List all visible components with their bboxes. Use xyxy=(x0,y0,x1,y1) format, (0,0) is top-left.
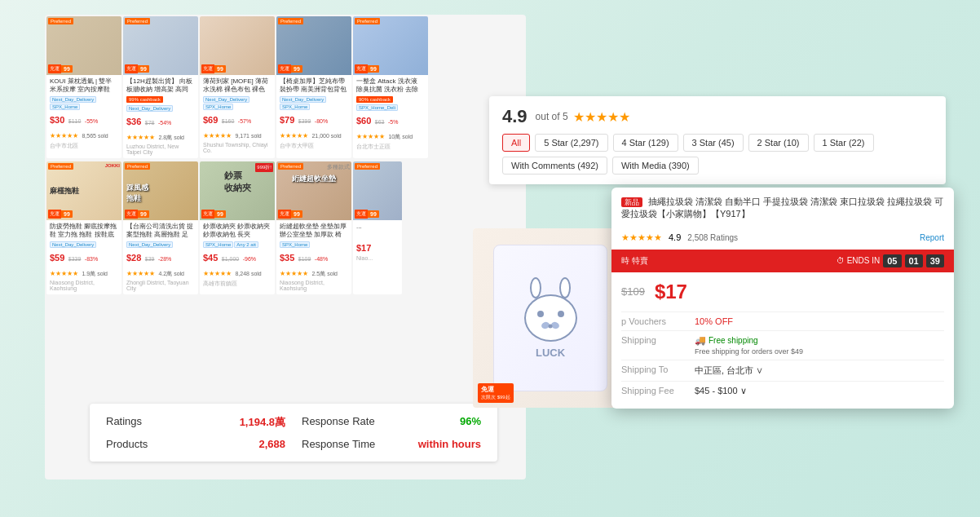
location-10: Niao... xyxy=(356,255,399,261)
tag-spx-3: SPX_Home xyxy=(203,104,233,110)
price-7: $28 xyxy=(126,253,141,263)
filter-4star[interactable]: 4 Star (129) xyxy=(613,134,678,152)
sold-7: 4.2萬 sold xyxy=(158,271,184,276)
price-section: $109 $17 xyxy=(611,272,954,312)
product-card-8[interactable]: 鈔票收納夾 充運 99 999折! 鈔票收納夾 鈔票收納夾 鈔票收納包 長夾 S… xyxy=(200,161,275,294)
product-name-2: 【12H趕製出貨】 向板板牆收納 增高架 高同機 桌上 兩用收 桌上 xyxy=(126,77,195,95)
product-card-1[interactable]: Preferred 充運 99 KOUI 萊枕透氣 | 雙半米系按摩 室內按摩鞋… xyxy=(46,16,121,158)
oprice-2: $78 xyxy=(145,120,155,126)
stars-2: ★★★★★ xyxy=(126,134,155,141)
product-detail-popup: 新品 抽繩拉圾袋 清潔袋 自動半口 手提拉圾袋 清潔袋 束口拉圾袋 拉繩拉圾袋 … xyxy=(611,188,954,409)
product-card-2[interactable]: Preferred 充運 99 【12H趕製出貨】 向板板牆收納 增高架 高同機… xyxy=(123,16,198,158)
sold-4: 21,000 sold xyxy=(311,133,341,139)
product-row-1: Preferred 充運 99 KOUI 萊枕透氣 | 雙半米系按摩 室內按摩鞋… xyxy=(45,15,526,159)
detail-rating-score: 4.9 xyxy=(669,232,681,242)
response-time-value: within hours xyxy=(400,438,481,450)
report-link[interactable]: Report xyxy=(920,233,944,242)
rabbit-right-eye xyxy=(558,311,564,317)
filter-all[interactable]: All xyxy=(502,134,530,152)
rabbit-right-ear xyxy=(559,277,571,298)
preferred-badge-7: Preferred xyxy=(125,163,150,170)
location-3: Shushui Township, Chiayi Co. xyxy=(203,142,271,153)
sold-5: 10萬 sold xyxy=(388,134,413,139)
cashback-5: 90% cashback xyxy=(356,96,393,103)
sold-3: 9,171 sold xyxy=(235,133,261,139)
vouchers-row: p Vouchers 10% OFF xyxy=(621,312,944,330)
product-image-4: Preferred 充運 99 xyxy=(276,16,351,75)
product-card-7[interactable]: Preferred 踩風感拖鞋 充運 99 【台南公司清洗出貨 提案型拖鞋 高層… xyxy=(123,161,198,294)
product-row-2: Preferred 麻槿拖鞋 充運 99 JOKKI 防疲勞拖鞋 腳底按摩拖鞋 … xyxy=(45,161,526,296)
sold-8: 8,248 sold xyxy=(235,271,261,276)
preferred-badge-5: Preferred xyxy=(355,18,380,24)
product-card-6[interactable]: Preferred 麻槿拖鞋 充運 99 JOKKI 防疲勞拖鞋 腳底按摩拖鞋 … xyxy=(46,161,121,294)
ratings-panel: Ratings 1,194.8萬 Response Rate 96% Produ… xyxy=(90,404,497,462)
oprice-8: $1,000 xyxy=(222,256,239,262)
tag-spx-1: SPX_Home xyxy=(50,104,80,110)
product-card-9[interactable]: Preferred 絎縫超軟坐墊 充運 99 多種款式 絎縫超軟坐墊 坐墊加厚 … xyxy=(276,161,351,294)
product-image-6: Preferred 麻槿拖鞋 充運 99 JOKKI xyxy=(46,161,121,220)
response-rate-label: Response Rate xyxy=(302,415,383,430)
response-rate-value: 96% xyxy=(400,415,481,430)
filter-comments[interactable]: With Comments (492) xyxy=(502,157,607,175)
product-image-5: Preferred 充運 99 xyxy=(353,16,428,75)
product-card-10[interactable]: Preferred 充運 99 ... $17 Niao... xyxy=(353,161,402,294)
price-2: $36 xyxy=(126,117,141,126)
disc-8: -96% xyxy=(243,256,256,262)
free-ship-3: 充運 99 xyxy=(201,64,226,73)
sale-price-detail: $17 xyxy=(655,281,687,303)
preferred-badge-6: Preferred xyxy=(48,163,73,170)
preferred-badge-1: Preferred xyxy=(48,18,73,24)
filter-2star[interactable]: 2 Star (10) xyxy=(748,134,809,152)
detail-rows: p Vouchers 10% OFF Shipping 🚚 Free shipp… xyxy=(611,312,954,409)
oprice-3: $160 xyxy=(222,118,235,124)
products-label: Products xyxy=(106,438,188,450)
original-price-1: $110 xyxy=(68,118,82,124)
product-name-7: 【台南公司清洗出貨 提案型拖鞋 高層拖鞋 足弓支撐 男女拖鞋 xyxy=(126,223,195,240)
disc-9: -48% xyxy=(315,256,328,262)
product-card-4[interactable]: Preferred 充運 99 【椅桌加厚】芝純布帶裝扮帶 南美洲背包背包帶 多… xyxy=(276,16,351,158)
location-2: Luzhou District, New Taipei City xyxy=(126,144,195,155)
response-time-label: Response Time xyxy=(302,438,383,450)
shipping-to-row[interactable]: Shipping To 中正區, 台北市 ∨ xyxy=(621,360,944,381)
product-card-5[interactable]: Preferred 充運 99 一整盒 Attack 洗衣液 除臭抗菌 洗衣粉 … xyxy=(353,16,428,158)
time-hours: 05 xyxy=(883,254,901,267)
vouchers-label: p Vouchers xyxy=(621,316,686,326)
shipping-label: Shipping xyxy=(621,335,686,345)
shipping-fee-label: Shipping Fee xyxy=(621,386,686,395)
disc-4: -80% xyxy=(315,118,328,124)
detail-rating-row: ★★★★★ 4.9 2,508 Ratings Report xyxy=(611,229,954,250)
tag-nd-4: Next_Day_Delivery xyxy=(280,96,326,103)
filter-media[interactable]: With Media (390) xyxy=(612,157,699,175)
filter-5star[interactable]: 5 Star (2,297) xyxy=(535,134,607,152)
luck-text: LUCK xyxy=(536,347,565,359)
filter-1star[interactable]: 1 Star (22) xyxy=(814,134,874,152)
location-4: 台中市大甲區 xyxy=(280,142,348,150)
product-name-6: 防疲勞拖鞋 腳底按摩拖鞋 室力拖 拖鞋 按鞋底按摩拖鞋 EVA拖鞋 xyxy=(50,223,118,240)
tag-nd-7: Next_Day_Delivery xyxy=(126,241,173,248)
rabbit-left-eye xyxy=(537,311,544,317)
stars-4: ★★★★★ xyxy=(280,132,308,139)
filter-3star[interactable]: 3 Star (45) xyxy=(683,134,744,152)
product-image-2: Preferred 充運 99 xyxy=(123,16,198,75)
stars-7: ★★★★★ xyxy=(126,270,155,277)
sold-2: 2.8萬 sold xyxy=(158,135,184,140)
product-detail-image[interactable]: LUCK 免運 次限次 $99起 xyxy=(473,228,628,408)
detail-stars: ★★★★★ xyxy=(621,232,662,243)
tag-spx-4: SPX_Home xyxy=(280,104,310,110)
product-card-3[interactable]: 充運 99 薄荷到家 [MOFE] 薄荷水洗棉 裸色布包 裸色布包 雙人床包 N… xyxy=(200,16,275,158)
tag-nd-6: Next_Day_Delivery xyxy=(50,241,96,248)
free-ship-1: 充運 99 xyxy=(48,64,73,73)
filter-row-2: With Comments (492) With Media (390) xyxy=(502,157,933,175)
product-grid-container: Preferred 充運 99 KOUI 萊枕透氣 | 雙半米系按摩 室內按摩鞋… xyxy=(45,15,526,479)
detail-title: 抽繩拉圾袋 清潔袋 自動半口 手提拉圾袋 清潔袋 束口拉圾袋 拉繩拉圾袋 可愛拉… xyxy=(621,197,943,219)
sold-1: 8,565 sold xyxy=(82,133,108,139)
shipping-fee-row[interactable]: Shipping Fee $45 - $100 ∨ xyxy=(621,381,944,400)
cashback-2: 99% cashback xyxy=(126,96,163,103)
shipping-row: Shipping 🚚 Free shipping Free shipping f… xyxy=(621,330,944,360)
tag-spx-8: SPX_Home xyxy=(203,241,233,248)
shipping-to-label: Shipping To xyxy=(621,365,686,374)
new-badge: 新品 xyxy=(621,197,642,207)
product-image-10: Preferred 充運 99 xyxy=(353,161,402,220)
free-shipping-text: Free shipping xyxy=(709,336,758,345)
ratings-value: 1,194.8萬 xyxy=(204,415,285,430)
